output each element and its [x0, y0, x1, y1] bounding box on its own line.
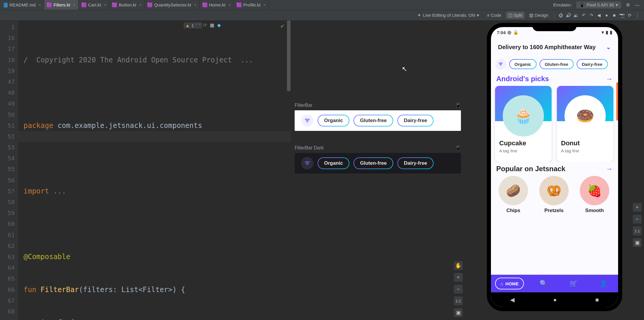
snack-card-cupcake[interactable]: 🧁 Cupcake A tag line: [495, 86, 552, 162]
clock: 7:04: [497, 30, 506, 35]
kotlin-icon: 🟪: [237, 3, 242, 7]
layers-icon[interactable]: ◆: [216, 22, 222, 28]
arrow-right-icon[interactable]: →: [606, 75, 613, 83]
deploy-icon[interactable]: 📱: [455, 102, 461, 108]
nav-home-button[interactable]: ⌂ HOME: [495, 278, 524, 289]
view-split-button[interactable]: ◫ Split: [506, 12, 525, 19]
snack-card-donut[interactable]: 🍩 Donut A tag line: [557, 86, 613, 162]
system-nav: ◀ ● ■: [491, 292, 618, 307]
screenshot-icon[interactable]: 📷: [619, 13, 625, 18]
cart-icon[interactable]: 🛒: [563, 280, 584, 287]
view-code-button[interactable]: ≡ Code: [484, 12, 504, 19]
home-icon[interactable]: ●: [553, 296, 557, 303]
kotlin-icon: 🟪: [148, 3, 152, 7]
interactive-icon[interactable]: ▦: [209, 22, 215, 28]
chip-organic[interactable]: Organic: [318, 157, 349, 169]
view-design-button[interactable]: ▧ Design: [527, 12, 551, 19]
refresh-icon[interactable]: ⟳: [202, 22, 208, 28]
tab-home[interactable]: 🟪 Home.kt ×: [200, 0, 234, 10]
zoom-in-button[interactable]: +: [633, 203, 642, 212]
back-icon[interactable]: ◀: [596, 13, 602, 18]
power-icon[interactable]: ⏻: [558, 13, 563, 18]
pop-item-chips[interactable]: 🥔 Chips: [495, 176, 532, 223]
rotate-left-icon[interactable]: ↶: [581, 13, 586, 18]
tab-quantity[interactable]: 🟪 QuantitySelector.kt ×: [145, 0, 200, 10]
section-popular: Popular on Jetsnack →: [491, 162, 618, 176]
profile-icon[interactable]: 👤: [593, 280, 614, 287]
chip-glutenfree[interactable]: Gluten-free: [540, 59, 574, 69]
home-icon[interactable]: ●: [604, 13, 609, 18]
chevron-down-icon[interactable]: ˇ: [199, 23, 200, 28]
chip-dairyfree[interactable]: Dairy-free: [577, 59, 608, 69]
zoom-in-button[interactable]: +: [454, 273, 463, 282]
close-icon[interactable]: ×: [73, 3, 75, 7]
back-icon[interactable]: ◀: [510, 296, 514, 303]
code-icon: ≡: [487, 13, 489, 18]
device-screen[interactable]: 7:04 ◎ 🔒 ▾ ▮ ▮ Delivery to 1600 Amphithe…: [491, 27, 618, 307]
close-icon[interactable]: ×: [104, 3, 106, 7]
overview-icon[interactable]: ■: [595, 296, 599, 303]
chevron-up-icon[interactable]: ˆ: [196, 23, 197, 28]
live-edit-label: Live Editing of Literals: ON: [423, 13, 475, 18]
battery-icon: ▮: [610, 30, 612, 35]
debug-icon: ◎: [507, 30, 511, 35]
close-icon[interactable]: ×: [228, 3, 231, 7]
filter-icon[interactable]: [301, 114, 313, 127]
wifi-icon: ▾: [602, 30, 604, 35]
fit-icon[interactable]: ▣: [454, 308, 463, 317]
preview-actions: ⟳ ▦ ◆: [202, 22, 222, 28]
bottom-nav: ⌂ HOME 🔍 🛒 👤: [491, 275, 618, 292]
markdown-icon: 📘: [3, 3, 8, 7]
pan-icon[interactable]: ✋: [454, 261, 463, 270]
kotlin-icon: 🟪: [112, 3, 117, 7]
tab-filters[interactable]: 🟪 Filters.kt ×: [44, 0, 79, 10]
pop-item-smoothie[interactable]: 🍓 Smooth: [576, 176, 613, 223]
chip-organic[interactable]: Organic: [318, 115, 349, 126]
rotate-right-icon[interactable]: ↷: [589, 13, 594, 18]
gear-icon[interactable]: ⚙: [625, 2, 630, 8]
split-icon: ◫: [508, 13, 512, 18]
zoom-out-button[interactable]: −: [633, 215, 642, 224]
fit-icon[interactable]: ▣: [633, 238, 642, 247]
zoom-ratio[interactable]: 1:1: [454, 296, 463, 305]
arrow-right-icon[interactable]: →: [606, 165, 613, 173]
filter-icon[interactable]: [495, 59, 506, 70]
search-icon[interactable]: 🔍: [533, 280, 554, 287]
minimize-icon[interactable]: —: [635, 2, 640, 8]
tab-profile[interactable]: 🟪 Profile.kt ×: [234, 0, 269, 10]
tab-label: Button.kt: [119, 2, 136, 7]
gutter: 116 1718 1947 4849 5051 5253 5455 5657 5…: [0, 21, 18, 320]
tab-button[interactable]: 🟪 Button.kt ×: [109, 0, 145, 10]
address-selector[interactable]: Delivery to 1600 Amphitheater Way ⌄: [491, 38, 618, 56]
chip-dairyfree[interactable]: Dairy-free: [397, 157, 434, 169]
inspection-badge[interactable]: ▲ 1 ˆ ˇ: [184, 22, 202, 29]
tab-readme[interactable]: 📘 README.md ×: [0, 0, 44, 10]
zoom-ratio[interactable]: 1:1: [633, 226, 642, 235]
more-icon[interactable]: ⋮: [635, 13, 640, 18]
volume-down-icon[interactable]: 🔉: [573, 13, 579, 18]
code-editor[interactable]: 116 1718 1947 4849 5051 5253 5455 5657 5…: [0, 21, 291, 320]
code-body[interactable]: / Copyright 2020 The Android Open Source…: [18, 21, 291, 320]
filter-icon[interactable]: [301, 157, 313, 169]
picks-carousel[interactable]: 🧁 Cupcake A tag line 🍩 Donut A tag line: [491, 86, 618, 162]
filter-chips-row[interactable]: Organic Gluten-free Dairy-free: [491, 56, 618, 72]
overview-icon[interactable]: ■: [612, 13, 617, 18]
preview-toolbar: ✦ Live Editing of Literals: ON ▾ ≡ Code …: [0, 10, 644, 21]
chip-glutenfree[interactable]: Gluten-free: [353, 157, 393, 169]
volume-up-icon[interactable]: 🔊: [566, 13, 571, 18]
refresh-icon[interactable]: ⟳: [627, 13, 632, 18]
chip-organic[interactable]: Organic: [509, 59, 537, 69]
zoom-out-button[interactable]: −: [454, 285, 463, 294]
close-icon[interactable]: ×: [263, 3, 266, 7]
live-edit-toggle[interactable]: ✦ Live Editing of Literals: ON ▾: [417, 13, 479, 18]
close-icon[interactable]: ×: [39, 3, 41, 7]
tab-cart[interactable]: 🟪 Cart.kt ×: [79, 0, 109, 10]
chip-glutenfree[interactable]: Gluten-free: [353, 115, 393, 126]
chip-dairyfree[interactable]: Dairy-free: [397, 115, 434, 126]
device-selector[interactable]: 📱 Pixel 5 API 30 ▾: [576, 1, 621, 9]
close-icon[interactable]: ×: [194, 3, 197, 7]
pop-item-pretzels[interactable]: 🥨 Pretzels: [536, 176, 572, 223]
close-icon[interactable]: ×: [139, 3, 142, 7]
deploy-icon[interactable]: 📱: [455, 145, 461, 151]
popular-carousel[interactable]: 🥔 Chips 🥨 Pretzels 🍓 Smooth: [491, 176, 618, 223]
